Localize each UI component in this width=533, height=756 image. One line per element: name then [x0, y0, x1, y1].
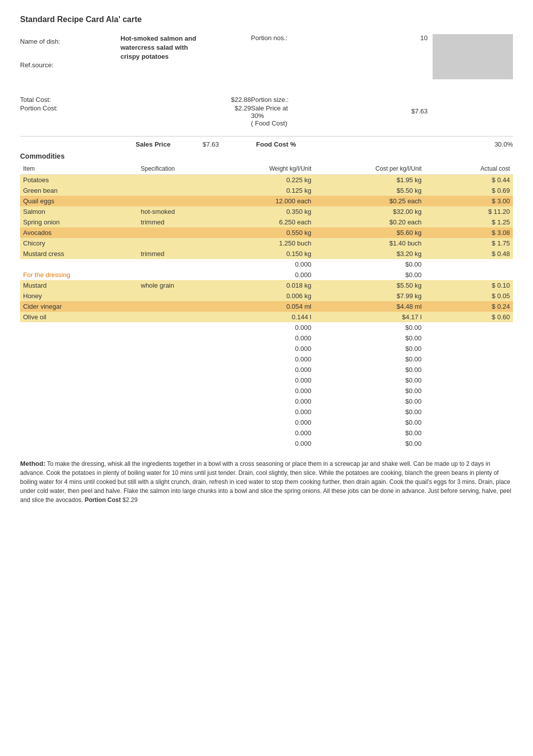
cell-empty-item — [20, 386, 138, 396]
cell-empty-actual — [425, 333, 513, 343]
table-row: Cider vinegar 0.054 ml $4.48 ml $ 0.24 — [20, 301, 513, 312]
cell-cost: $4.17 l — [314, 312, 425, 322]
cell-weight: 0.018 kg — [226, 280, 314, 291]
cell-empty-actual — [425, 396, 513, 407]
header-specification: Specification — [138, 163, 226, 175]
cell-weight: 0.000 — [226, 259, 314, 270]
cell-empty-spec — [138, 364, 226, 375]
table-row-empty: 0.000 $0.00 — [20, 333, 513, 343]
cell-actual: $ 0.05 — [425, 291, 513, 301]
cell-item: Spring onion — [20, 217, 138, 227]
cell-empty-item — [20, 354, 138, 364]
portion-nos-label: Portion nos.: — [251, 34, 331, 42]
cell-empty-item — [20, 322, 138, 333]
cell-weight: 1.250 buch — [226, 238, 314, 248]
cell-empty-item — [20, 375, 138, 386]
table-row: For the dressing 0.000 $0.00 — [20, 270, 513, 280]
cell-actual: $ 3.00 — [425, 196, 513, 206]
table-body: Potatoes 0.225 kg $1.95 kg $ 0.44 Green … — [20, 174, 513, 449]
cell-item: Honey — [20, 291, 138, 301]
cell-empty-weight: 0.000 — [226, 428, 314, 438]
cell-empty-spec — [138, 343, 226, 354]
cell-item: Salmon — [20, 206, 138, 217]
table-row: Mustard whole grain 0.018 kg $5.50 kg $ … — [20, 280, 513, 291]
cell-empty-cost: $0.00 — [314, 396, 425, 407]
cell-item: Cider vinegar — [20, 301, 138, 312]
cell-empty-actual — [425, 407, 513, 417]
table-row-empty: 0.000 $0.00 — [20, 428, 513, 438]
cell-cost: $7.99 kg — [314, 291, 425, 301]
cell-spec — [138, 312, 226, 322]
method-title: Method: — [20, 460, 46, 467]
cell-empty-item — [20, 333, 138, 343]
cell-cost: $3.20 kg — [314, 248, 425, 259]
cell-item: Chicory — [20, 238, 138, 248]
cell-spec — [138, 196, 226, 206]
cell-weight: 0.550 kg — [226, 227, 314, 238]
table-row: Salmon hot-smoked 0.350 kg $32.00 kg $ 1… — [20, 206, 513, 217]
cell-item: Avocados — [20, 227, 138, 238]
table-row-empty: 0.000 $0.00 — [20, 343, 513, 354]
cell-empty-spec — [138, 396, 226, 407]
cell-empty-weight: 0.000 — [226, 364, 314, 375]
cell-cost: $5.50 kg — [314, 280, 425, 291]
table-row: Avocados 0.550 kg $5.60 kg $ 3.08 — [20, 227, 513, 238]
portion-cost-row: Portion Cost: $2.29 Sale Price at 30% ( … — [20, 104, 428, 127]
cell-empty-cost: $0.00 — [314, 428, 425, 438]
cell-spec — [138, 238, 226, 248]
cell-weight: 6.250 each — [226, 217, 314, 227]
header-cost-per: Cost per kg/l/Unit — [314, 163, 425, 175]
cell-actual: $ 0.10 — [425, 280, 513, 291]
cell-item: Mustard — [20, 280, 138, 291]
cell-item: Quail eggs — [20, 196, 138, 206]
cell-empty-actual — [425, 322, 513, 333]
cell-empty-item — [20, 364, 138, 375]
cell-actual: $ 0.24 — [425, 301, 513, 312]
table-row-empty: 0.000 $0.00 — [20, 322, 513, 333]
dish-image-placeholder — [433, 34, 513, 79]
cell-actual — [425, 259, 513, 270]
sale-price-label: Sale Price at 30% ( Food Cost) — [251, 104, 331, 127]
cell-actual: $ 3.08 — [425, 227, 513, 238]
cell-item: Olive oil — [20, 312, 138, 322]
table-row-empty: 0.000 $0.00 — [20, 396, 513, 407]
table-row: Chicory 1.250 buch $1.40 buch $ 1.75 — [20, 238, 513, 248]
cell-empty-actual — [425, 438, 513, 449]
cell-cost: $0.00 — [314, 259, 425, 270]
portion-cost-value: $2.29 — [206, 104, 251, 127]
cell-actual — [425, 270, 513, 280]
cell-spec — [138, 270, 226, 280]
cell-empty-cost: $0.00 — [314, 407, 425, 417]
cell-cost: $0.20 each — [314, 217, 425, 227]
food-cost-value: 30.0% — [316, 141, 513, 148]
cell-spec — [138, 174, 226, 185]
cell-spec — [138, 227, 226, 238]
cell-empty-actual — [425, 364, 513, 375]
cell-cost: $5.60 kg — [314, 227, 425, 238]
cell-empty-item — [20, 343, 138, 354]
sales-price-label: Sales Price — [120, 141, 186, 148]
table-row: Honey 0.006 kg $7.99 kg $ 0.05 — [20, 291, 513, 301]
cell-empty-spec — [138, 375, 226, 386]
table-row-empty: 0.000 $0.00 — [20, 375, 513, 386]
cell-spec: trimmed — [138, 217, 226, 227]
cell-empty-weight: 0.000 — [226, 438, 314, 449]
cell-empty-actual — [425, 343, 513, 354]
cell-empty-spec — [138, 407, 226, 417]
cell-empty-spec — [138, 438, 226, 449]
table-row: 0.000 $0.00 — [20, 259, 513, 270]
cell-actual: $ 0.44 — [425, 174, 513, 185]
cell-cost: $0.25 each — [314, 196, 425, 206]
page-title: Standard Recipe Card Ala' carte — [20, 15, 513, 24]
portion-nos-value: 10 — [331, 34, 428, 42]
name-of-dish-label: Name of dish: Ref.source: — [20, 38, 120, 69]
cell-empty-actual — [425, 417, 513, 428]
cell-empty-item — [20, 407, 138, 417]
portion-cost-inline-label: Portion Cost — [85, 496, 121, 503]
cell-actual: $ 1.25 — [425, 217, 513, 227]
portion-size-label: Portion size.: — [251, 96, 331, 103]
total-cost-label: Total Cost: — [20, 96, 120, 103]
cell-empty-cost: $0.00 — [314, 333, 425, 343]
cell-spec: whole grain — [138, 280, 226, 291]
cell-item: Green bean — [20, 185, 138, 196]
